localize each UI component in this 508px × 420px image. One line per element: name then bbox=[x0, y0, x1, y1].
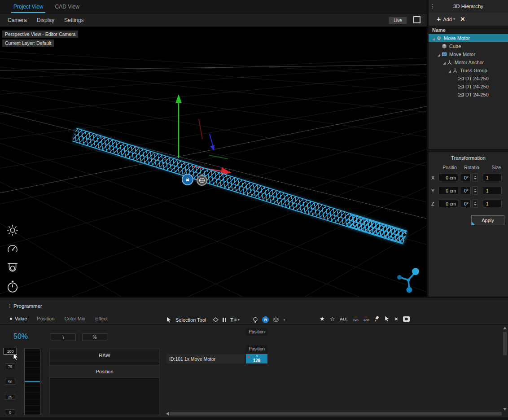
tree-item-label: DT 24-250 bbox=[465, 76, 489, 81]
tree-item-move-motor-root[interactable]: ⚙ Move Motor bbox=[429, 34, 508, 42]
clear-tool-icon[interactable]: × bbox=[394, 316, 398, 322]
bulb-icon[interactable] bbox=[253, 317, 258, 323]
column-attr-header[interactable]: Position bbox=[246, 345, 267, 353]
hierarchy-title: 3D Hierarchy bbox=[453, 4, 483, 9]
rotation-y-spinner[interactable] bbox=[473, 186, 477, 195]
highlighter-icon[interactable] bbox=[374, 316, 380, 322]
display-capture-icon[interactable] bbox=[403, 316, 410, 322]
rotation-x-field[interactable]: 0° bbox=[460, 174, 471, 181]
expand-arrow-icon[interactable] bbox=[447, 69, 451, 73]
tab-cad-view[interactable]: CAD View bbox=[55, 0, 79, 13]
position-x-field[interactable]: 0 cm bbox=[438, 174, 458, 181]
transform-row-y: Y 0 cm 0° 1 bbox=[429, 184, 508, 197]
fixture-tool-button[interactable] bbox=[6, 261, 19, 275]
menu-display[interactable]: Display bbox=[37, 17, 54, 23]
expand-arrow-icon[interactable] bbox=[441, 61, 446, 65]
tree-item-truss-group[interactable]: Truss Group bbox=[429, 66, 508, 74]
delete-button[interactable]: × bbox=[460, 15, 465, 23]
orbit-button[interactable] bbox=[197, 175, 207, 186]
scrollbar-thumb[interactable] bbox=[503, 332, 507, 355]
lock-button[interactable] bbox=[182, 174, 193, 185]
raw-button[interactable]: RAW bbox=[50, 349, 159, 362]
rotation-x-spinner[interactable] bbox=[473, 173, 477, 182]
tab-value[interactable]: Value bbox=[10, 316, 27, 321]
size-x-field[interactable]: 1 bbox=[483, 174, 502, 181]
tree-item-cube[interactable]: Cube bbox=[429, 42, 508, 50]
tree-item-label: Truss Group bbox=[460, 68, 487, 73]
maximize-icon[interactable] bbox=[413, 16, 420, 23]
programmer-title: Programmer bbox=[13, 303, 42, 309]
timer-tool-button[interactable] bbox=[6, 280, 19, 293]
record-badge[interactable]: R bbox=[262, 316, 269, 323]
fixture-value-cell[interactable]: d 128 bbox=[246, 354, 267, 363]
live-button[interactable]: Live bbox=[389, 17, 407, 24]
fader-level-indicator[interactable] bbox=[25, 381, 40, 382]
star-outline-icon[interactable]: ☆ bbox=[330, 315, 335, 322]
star-filled-icon[interactable]: ★ bbox=[320, 315, 325, 322]
tab-project-view[interactable]: Project View bbox=[13, 0, 43, 13]
vertical-scrollbar[interactable] bbox=[503, 327, 507, 411]
chevron-down-icon[interactable]: ▾ bbox=[453, 17, 455, 21]
tree-item-move-motor[interactable]: Move Motor bbox=[429, 50, 508, 58]
rotation-z-field[interactable]: 0° bbox=[460, 200, 471, 207]
menu-camera[interactable]: Camera bbox=[8, 17, 27, 23]
fader-tick-50[interactable]: 50 bbox=[5, 379, 15, 385]
tree-item-dt24-250[interactable]: DT 24-250 bbox=[429, 91, 508, 99]
scroll-down-icon[interactable] bbox=[503, 408, 507, 411]
pointer-select-icon[interactable] bbox=[385, 316, 390, 322]
even-select-button[interactable]: ⋯ evn bbox=[353, 315, 359, 322]
tree-item-dt24-250[interactable]: DT 24-250 bbox=[429, 83, 508, 91]
panel-divider[interactable] bbox=[429, 149, 508, 152]
plus-icon: + bbox=[437, 16, 441, 23]
3d-viewport[interactable]: Perspective View - Editor Camera Current… bbox=[0, 27, 427, 297]
tab-effect[interactable]: Effect bbox=[95, 316, 108, 321]
fader-tick-25[interactable]: 25 bbox=[5, 394, 15, 400]
apply-button[interactable]: Apply bbox=[471, 215, 504, 225]
add-button[interactable]: Add bbox=[443, 17, 452, 22]
node-graph-widget[interactable] bbox=[396, 266, 422, 295]
size-z-field[interactable]: 1 bbox=[483, 200, 502, 207]
expand-arrow-icon[interactable] bbox=[430, 36, 435, 40]
selection-tool-button[interactable]: Selection Tool bbox=[175, 317, 206, 323]
tab-position[interactable]: Position bbox=[37, 316, 54, 321]
rotation-z-spinner[interactable] bbox=[473, 199, 477, 208]
scroll-left-icon[interactable] bbox=[166, 412, 169, 416]
column-group-header[interactable]: Position bbox=[246, 328, 267, 336]
tab-color-mix[interactable]: Color Mix bbox=[64, 316, 85, 321]
keyframe-icon[interactable] bbox=[213, 317, 219, 322]
molecule-icon bbox=[396, 266, 422, 294]
text-tool-menu[interactable]: T ≡ ▾ bbox=[230, 317, 239, 323]
performance-tool-button[interactable] bbox=[6, 242, 19, 256]
pause-icon[interactable] bbox=[223, 318, 226, 322]
fixture-row-name[interactable]: ID:101 1x Move Motor bbox=[166, 354, 245, 363]
tree-item-label: Motor Anchor bbox=[455, 60, 484, 65]
menu-settings[interactable]: Settings bbox=[64, 17, 83, 23]
transform-row-z: Z 0 cm 0° 1 bbox=[429, 197, 508, 210]
motor-box-icon bbox=[441, 52, 447, 57]
panel-grip-handle[interactable] bbox=[431, 4, 433, 9]
scrollbar-thumb[interactable] bbox=[170, 412, 502, 416]
brightness-tool-button[interactable] bbox=[6, 223, 19, 237]
position-z-field[interactable]: 0 cm bbox=[438, 200, 458, 207]
name-column-header[interactable]: Name bbox=[429, 26, 508, 34]
horizontal-scrollbar[interactable] bbox=[166, 411, 502, 416]
tree-item-motor-anchor[interactable]: Motor Anchor bbox=[429, 58, 508, 66]
fader-track[interactable] bbox=[24, 349, 40, 415]
rotation-y-field[interactable]: 0° bbox=[460, 187, 471, 194]
fader-tick-75[interactable]: 75 bbox=[5, 363, 15, 369]
chevron-down-icon[interactable]: ▾ bbox=[283, 318, 285, 322]
scroll-up-icon[interactable] bbox=[503, 327, 507, 329]
layers-icon[interactable] bbox=[273, 317, 279, 323]
position-button[interactable]: Position bbox=[50, 365, 159, 378]
size-y-field[interactable]: 1 bbox=[483, 187, 502, 194]
panel-grip-handle[interactable] bbox=[9, 303, 11, 309]
select-all-button[interactable]: ALL bbox=[340, 317, 348, 321]
backslash-button[interactable]: \ bbox=[51, 333, 76, 341]
position-y-field[interactable]: 0 cm bbox=[438, 187, 458, 194]
percent-button[interactable]: % bbox=[82, 333, 107, 341]
expand-arrow-icon[interactable] bbox=[436, 52, 440, 57]
add-select-button[interactable]: ⋯ add bbox=[363, 315, 369, 322]
stopwatch-icon bbox=[6, 280, 19, 293]
fader-tick-0[interactable]: 0 bbox=[5, 409, 15, 415]
tree-item-dt24-250[interactable]: DT 24-250 bbox=[429, 74, 508, 83]
